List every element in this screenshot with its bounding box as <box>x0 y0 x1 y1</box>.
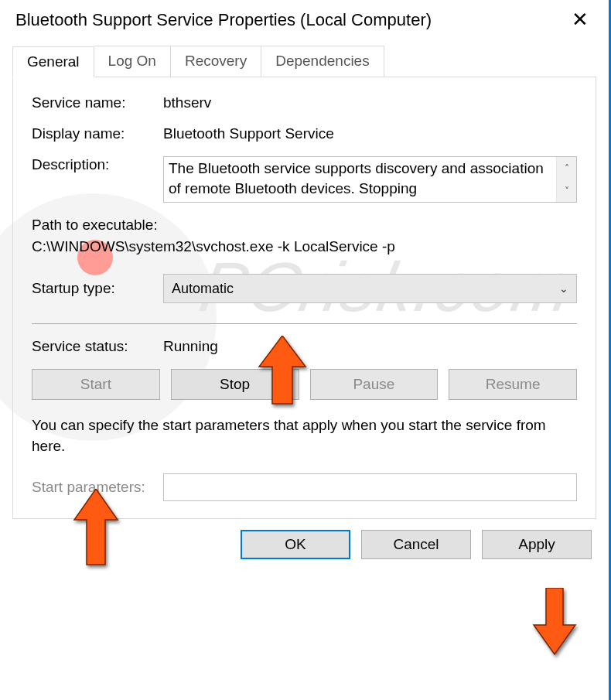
window-title: Bluetooth Support Service Properties (Lo… <box>15 10 432 30</box>
tabstrip: General Log On Recovery Dependencies <box>12 46 596 77</box>
start-parameters-hint: You can specify the start parameters tha… <box>32 415 577 456</box>
label-description: Description: <box>32 156 163 173</box>
scroll-down-icon[interactable]: ˅ <box>557 179 576 202</box>
ok-button[interactable]: OK <box>241 530 350 559</box>
annotation-arrow-startup <box>255 336 309 405</box>
annotation-arrow-apply <box>532 588 577 656</box>
tab-panel-general: Service name: bthserv Display name: Blue… <box>12 77 596 519</box>
description-box: The Bluetooth service supports discovery… <box>163 156 577 203</box>
cancel-button[interactable]: Cancel <box>361 530 471 559</box>
label-path: Path to executable: <box>32 217 577 234</box>
tab-logon[interactable]: Log On <box>94 46 171 77</box>
tab-general[interactable]: General <box>12 46 94 77</box>
label-service-status: Service status: <box>32 338 163 355</box>
value-service-name: bthserv <box>163 94 577 111</box>
svg-marker-0 <box>259 336 306 404</box>
label-display-name: Display name: <box>32 125 163 142</box>
chevron-down-icon: ⌄ <box>559 282 568 295</box>
divider <box>32 323 577 324</box>
pause-button: Pause <box>310 369 439 400</box>
tab-container: General Log On Recovery Dependencies Ser… <box>12 46 596 519</box>
label-service-name: Service name: <box>32 94 163 111</box>
start-parameters-input <box>163 473 577 501</box>
tab-recovery[interactable]: Recovery <box>171 46 261 77</box>
annotation-arrow-start <box>73 489 119 566</box>
value-path: C:\WINDOWS\system32\svchost.exe -k Local… <box>32 238 577 255</box>
tab-dependencies[interactable]: Dependencies <box>261 46 384 77</box>
value-display-name: Bluetooth Support Service <box>163 125 577 142</box>
resume-button: Resume <box>449 369 577 400</box>
description-scrollbar[interactable]: ˄ ˅ <box>556 157 576 202</box>
scroll-up-icon[interactable]: ˄ <box>557 157 576 179</box>
label-startup-type: Startup type: <box>32 280 163 297</box>
value-service-status: Running <box>163 338 577 355</box>
startup-type-value: Automatic <box>172 281 234 297</box>
start-button: Start <box>32 369 160 400</box>
svg-marker-2 <box>534 588 575 654</box>
titlebar: Bluetooth Support Service Properties (Lo… <box>0 0 609 43</box>
apply-button[interactable]: Apply <box>482 530 592 559</box>
description-text: The Bluetooth service supports discovery… <box>164 157 556 202</box>
svg-marker-1 <box>74 489 118 565</box>
startup-type-select[interactable]: Automatic ⌄ <box>163 274 577 303</box>
close-icon[interactable]: ✕ <box>562 6 598 33</box>
